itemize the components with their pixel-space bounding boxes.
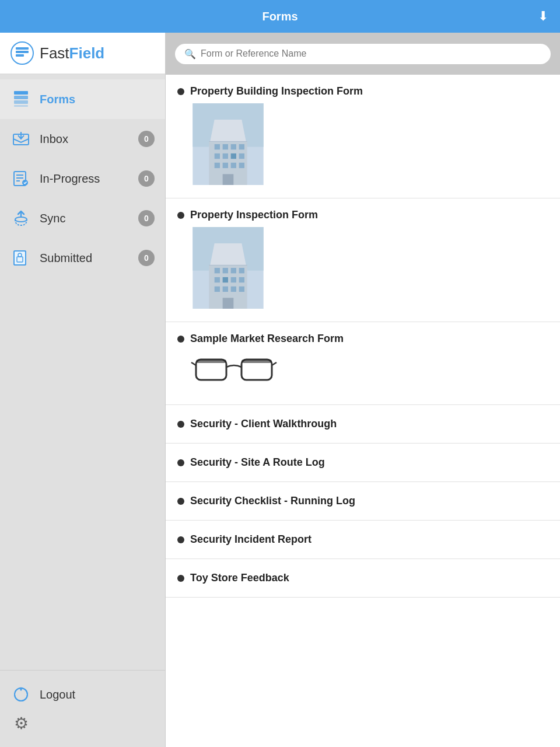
form-bullet-sir: [177, 536, 184, 543]
form-name-pif: Property Inspection Form: [190, 209, 318, 221]
sidebar-item-inprogress[interactable]: In-Progress 0: [0, 159, 165, 198]
svg-rect-49: [215, 287, 220, 292]
svg-rect-1: [16, 47, 29, 50]
sidebar-item-forms[interactable]: Forms: [0, 79, 165, 119]
svg-rect-24: [223, 144, 228, 149]
logout-item[interactable]: Logout: [10, 680, 155, 709]
form-bullet-smrf: [177, 336, 184, 343]
form-item-header-pif: Property Inspection Form: [177, 209, 548, 221]
form-name-sir: Security Incident Report: [190, 533, 312, 546]
download-icon[interactable]: ⬇: [538, 9, 548, 24]
sidebar-item-sync[interactable]: Sync 0: [0, 198, 165, 238]
settings-item[interactable]: ⚙: [10, 709, 155, 738]
form-name: Property Building Inspection Form: [190, 85, 363, 97]
svg-rect-41: [215, 268, 220, 273]
svg-rect-23: [215, 144, 220, 149]
form-bullet-ssa: [177, 459, 184, 466]
form-bullet-tsf: [177, 575, 184, 582]
form-bullet-scrl: [177, 498, 184, 505]
page-title: Forms: [262, 10, 298, 23]
inprogress-badge: 0: [138, 170, 155, 187]
search-input[interactable]: [201, 48, 541, 59]
sync-badge: 0: [138, 210, 155, 226]
svg-rect-44: [239, 268, 244, 273]
svg-rect-48: [239, 277, 244, 282]
sidebar-logo: FastField: [0, 33, 165, 75]
svg-rect-50: [223, 287, 228, 292]
form-thumbnail-glasses: [190, 351, 548, 394]
svg-rect-35: [223, 174, 234, 185]
sidebar-submitted-label: Submitted: [40, 252, 130, 265]
form-item-scrl[interactable]: Security Checklist - Running Log: [166, 482, 560, 521]
form-bullet: [177, 88, 184, 95]
sidebar: FastField Forms: [0, 33, 166, 747]
svg-rect-47: [231, 277, 236, 282]
sidebar-forms-label: Forms: [40, 93, 155, 106]
svg-rect-32: [223, 163, 228, 168]
svg-rect-31: [215, 163, 220, 168]
svg-rect-33: [231, 163, 236, 168]
sidebar-inbox-label: Inbox: [40, 132, 130, 146]
top-bar: Forms ⬇: [0, 0, 560, 33]
form-item-scw[interactable]: Security - Client Walkthrough: [166, 405, 560, 444]
svg-rect-2: [16, 51, 29, 53]
svg-rect-43: [231, 268, 236, 273]
svg-rect-25: [231, 144, 236, 149]
svg-rect-45: [215, 277, 220, 282]
svg-rect-30: [239, 153, 244, 159]
sidebar-inprogress-label: In-Progress: [40, 172, 130, 186]
svg-rect-26: [239, 144, 244, 149]
form-item-smrf[interactable]: Sample Market Research Form: [166, 322, 560, 405]
svg-rect-7: [14, 105, 28, 107]
svg-rect-29: [231, 153, 236, 159]
sidebar-item-submitted[interactable]: Submitted 0: [0, 238, 165, 278]
form-bullet-scw: [177, 421, 184, 428]
sidebar-item-inbox[interactable]: Inbox 0: [0, 119, 165, 159]
svg-rect-53: [223, 298, 234, 309]
form-thumbnail-building1: [190, 103, 548, 187]
inbox-badge: 0: [138, 131, 155, 147]
svg-rect-60: [243, 361, 271, 379]
form-name-scw: Security - Client Walkthrough: [190, 418, 337, 430]
settings-icon: ⚙: [10, 714, 32, 733]
logout-icon: [10, 686, 32, 703]
svg-rect-62: [242, 359, 272, 363]
svg-rect-34: [239, 163, 244, 168]
sync-icon: [10, 208, 32, 229]
svg-point-11: [15, 217, 27, 222]
svg-rect-46: [223, 277, 228, 282]
forms-list: Property Building Inspection Form: [166, 75, 560, 747]
form-name-tsf: Toy Store Feedback: [190, 572, 289, 584]
submitted-icon: [10, 247, 32, 268]
forms-icon: [10, 89, 32, 110]
sidebar-footer: Logout ⚙: [0, 670, 165, 747]
form-bullet-pif: [177, 212, 184, 219]
form-item-tsf[interactable]: Toy Store Feedback: [166, 559, 560, 598]
content-area: 🔍 Property Building Inspection Form: [166, 33, 560, 747]
sidebar-sync-label: Sync: [40, 212, 130, 225]
search-icon: 🔍: [184, 48, 196, 60]
form-item-pif[interactable]: Property Inspection Form: [166, 198, 560, 322]
svg-rect-51: [231, 287, 236, 292]
form-item-header: Property Building Inspection Form: [177, 85, 548, 97]
form-item-sir[interactable]: Security Incident Report: [166, 521, 560, 559]
inbox-icon: [10, 128, 32, 149]
svg-rect-6: [14, 100, 28, 104]
search-bar: 🔍: [166, 33, 560, 75]
form-item-ssa[interactable]: Security - Site A Route Log: [166, 444, 560, 482]
svg-rect-52: [239, 287, 244, 292]
form-item-pbif[interactable]: Property Building Inspection Form: [166, 75, 560, 198]
logo-text: FastField: [40, 44, 104, 62]
main-layout: FastField Forms: [0, 33, 560, 747]
fastfield-logo-icon: [10, 41, 34, 65]
svg-rect-28: [223, 153, 228, 159]
form-name-smrf: Sample Market Research Form: [190, 333, 344, 345]
form-name-scrl: Security Checklist - Running Log: [190, 495, 355, 507]
svg-rect-42: [223, 268, 228, 273]
search-wrapper[interactable]: 🔍: [175, 44, 551, 64]
form-thumbnail-building2: [190, 227, 548, 311]
svg-rect-3: [16, 54, 24, 57]
svg-rect-27: [215, 153, 220, 159]
submitted-badge: 0: [138, 250, 155, 266]
form-item-header-smrf: Sample Market Research Form: [177, 333, 548, 345]
